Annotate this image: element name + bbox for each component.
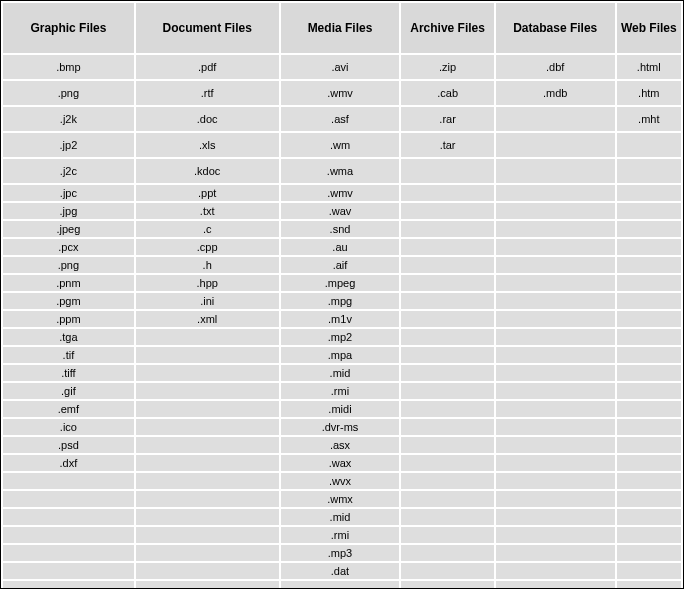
cell [3, 509, 134, 525]
cell: .tga [3, 329, 134, 345]
cell [401, 221, 494, 237]
cell: .j2c [3, 159, 134, 183]
cell: .txt [136, 203, 279, 219]
table-row: .pgm.ini.mpg [3, 293, 681, 309]
cell [496, 159, 615, 183]
cell [617, 185, 681, 201]
cell [617, 563, 681, 579]
cell [401, 509, 494, 525]
cell: .mid [281, 365, 400, 381]
cell [496, 347, 615, 363]
cell [496, 563, 615, 579]
cell: .ini [136, 293, 279, 309]
cell: .wma [281, 159, 400, 183]
cell: .wmv [281, 185, 400, 201]
cell [617, 293, 681, 309]
cell: .rmi [281, 527, 400, 543]
cell [401, 491, 494, 507]
cell [496, 401, 615, 417]
table-row: .jpeg.c.snd [3, 221, 681, 237]
cell [401, 239, 494, 255]
cell [401, 383, 494, 399]
cell [496, 455, 615, 471]
cell [136, 437, 279, 453]
table-row: .psd.asx [3, 437, 681, 453]
cell [281, 581, 400, 589]
table-row: .mp3 [3, 545, 681, 561]
cell [617, 311, 681, 327]
table-row: .wmx [3, 491, 681, 507]
cell: .doc [136, 107, 279, 131]
cell [617, 133, 681, 157]
column-header: Archive Files [401, 3, 494, 53]
cell [496, 491, 615, 507]
cell: .wav [281, 203, 400, 219]
table-row: .png.rtf.wmv.cab.mdb.htm [3, 81, 681, 105]
cell: .mpg [281, 293, 400, 309]
cell [136, 509, 279, 525]
cell: .mdb [496, 81, 615, 105]
table-row: .tif.mpa [3, 347, 681, 363]
cell [617, 221, 681, 237]
column-header: Graphic Files [3, 3, 134, 53]
cell: .kdoc [136, 159, 279, 183]
cell [3, 545, 134, 561]
cell [401, 545, 494, 561]
cell [617, 545, 681, 561]
table-row: .ico.dvr-ms [3, 419, 681, 435]
cell [496, 581, 615, 589]
cell [496, 221, 615, 237]
cell: .rar [401, 107, 494, 131]
cell: .dat [281, 563, 400, 579]
cell [401, 437, 494, 453]
table-row: .wvx [3, 473, 681, 489]
cell [401, 203, 494, 219]
cell [496, 545, 615, 561]
cell [136, 473, 279, 489]
cell [136, 419, 279, 435]
cell: .mpeg [281, 275, 400, 291]
cell: .midi [281, 401, 400, 417]
cell: .tar [401, 133, 494, 157]
cell [136, 581, 279, 589]
cell: .rmi [281, 383, 400, 399]
cell [496, 185, 615, 201]
cell: .tiff [3, 365, 134, 381]
cell: .pnm [3, 275, 134, 291]
cell: .png [3, 81, 134, 105]
cell: .htm [617, 81, 681, 105]
cell [617, 257, 681, 273]
table-row: .jpg.txt.wav [3, 203, 681, 219]
cell [136, 383, 279, 399]
cell: .tif [3, 347, 134, 363]
table-row: .pcx.cpp.au [3, 239, 681, 255]
column-header: Web Files [617, 3, 681, 53]
cell: .wmx [281, 491, 400, 507]
cell [3, 491, 134, 507]
cell [617, 419, 681, 435]
cell [3, 581, 134, 589]
cell [617, 509, 681, 525]
cell [496, 419, 615, 435]
cell: .mp3 [281, 545, 400, 561]
cell [496, 239, 615, 255]
cell [496, 527, 615, 543]
cell [496, 329, 615, 345]
cell [401, 329, 494, 345]
cell [136, 401, 279, 417]
cell [136, 455, 279, 471]
cell: .snd [281, 221, 400, 237]
table-row: .rmi [3, 527, 681, 543]
cell [401, 185, 494, 201]
cell [496, 473, 615, 489]
cell [617, 275, 681, 291]
cell [401, 293, 494, 309]
cell: .wvx [281, 473, 400, 489]
cell [401, 455, 494, 471]
column-header: Media Files [281, 3, 400, 53]
cell [617, 159, 681, 183]
cell: .emf [3, 401, 134, 417]
cell [617, 347, 681, 363]
cell: .h [136, 257, 279, 273]
cell [401, 473, 494, 489]
